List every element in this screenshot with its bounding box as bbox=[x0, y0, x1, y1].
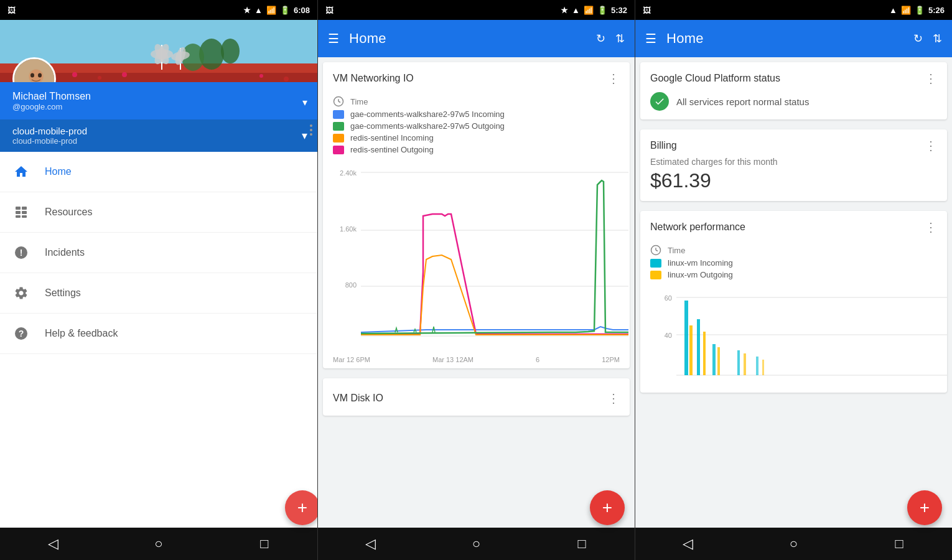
vm-disk-io-title: VM Disk IO bbox=[333, 393, 383, 404]
profile-dropdown-icon[interactable]: ▾ bbox=[302, 96, 307, 108]
wifi-icon-3: ▲ bbox=[889, 6, 897, 15]
billing-menu[interactable]: ⋮ bbox=[925, 138, 937, 153]
legend-time-row: Time bbox=[333, 95, 620, 108]
legend-label-3: redis-sentinel Outgoing bbox=[350, 145, 434, 154]
recents-button-2[interactable]: □ bbox=[569, 531, 594, 556]
svg-rect-57 bbox=[737, 350, 740, 375]
account-primary: cloud-mobile-prod bbox=[12, 126, 87, 136]
refresh-icon-3[interactable]: ↻ bbox=[913, 32, 923, 45]
svg-rect-31 bbox=[22, 215, 27, 218]
vm-networking-legend: Time gae-comments-walkshare2-97w5 Incomi… bbox=[323, 92, 630, 161]
vm-disk-io-header: VM Disk IO ⋮ bbox=[323, 382, 630, 412]
app-bar-title-3: Home bbox=[666, 30, 903, 47]
sidebar-item-home[interactable]: Home bbox=[0, 152, 317, 192]
fab-add-button-3[interactable]: + bbox=[907, 490, 942, 525]
back-button-2[interactable]: ◁ bbox=[358, 531, 383, 556]
fab-add-button-2[interactable]: + bbox=[590, 490, 625, 525]
refresh-icon-2[interactable]: ↻ bbox=[596, 32, 605, 45]
gcp-status-header: Google Cloud Platform status ⋮ bbox=[650, 71, 937, 86]
svg-text:!: ! bbox=[20, 248, 23, 258]
svg-point-16 bbox=[98, 76, 101, 80]
gcp-status-row: All services report normal status bbox=[650, 92, 937, 111]
status-bar-1: 🖼 ★ ▲ 📶 🔋 6:08 bbox=[0, 0, 317, 20]
vm-networking-chart-area: 2.40k 1.60k 800 bbox=[323, 161, 630, 355]
hamburger-menu-2[interactable]: ☰ bbox=[328, 31, 339, 46]
vm-networking-io-menu[interactable]: ⋮ bbox=[607, 71, 620, 86]
home-button-3[interactable]: ○ bbox=[781, 531, 806, 556]
battery-icon-3: 🔋 bbox=[915, 6, 925, 15]
photo-icon: 🖼 bbox=[7, 6, 16, 15]
recents-button-3[interactable]: □ bbox=[887, 531, 912, 556]
gcp-status-card: Google Cloud Platform status ⋮ All servi… bbox=[640, 62, 947, 119]
status-bar-right-3: ▲ 📶 🔋 5:26 bbox=[889, 6, 945, 15]
signal-icon-3: 📶 bbox=[901, 6, 911, 15]
network-performance-legend: Time linux-vm Incoming linux-vm Outgoing bbox=[640, 241, 947, 286]
net-legend-label-0: linux-vm Incoming bbox=[668, 258, 733, 268]
account-secondary: cloud-mobile-prod bbox=[12, 136, 87, 146]
svg-line-48 bbox=[656, 250, 658, 251]
net-legend-color-0 bbox=[650, 259, 661, 268]
svg-point-18 bbox=[259, 74, 263, 78]
network-performance-menu[interactable]: ⋮ bbox=[925, 220, 937, 235]
sort-icon-2[interactable]: ⇅ bbox=[615, 32, 625, 45]
legend-row-0: gae-comments-walkshare2-97w5 Incoming bbox=[333, 108, 620, 120]
photo-icon-2: 🖼 bbox=[325, 6, 334, 15]
sort-icon-3[interactable]: ⇅ bbox=[933, 32, 942, 45]
side-dots bbox=[310, 124, 312, 136]
fab-add-button[interactable]: + bbox=[285, 490, 317, 525]
time-display-1: 6:08 bbox=[294, 6, 310, 15]
billing-amount: $61.39 bbox=[650, 169, 937, 192]
sidebar-item-resources[interactable]: Resources bbox=[0, 192, 317, 233]
account-section[interactable]: cloud-mobile-prod cloud-mobile-prod ▾ bbox=[0, 119, 317, 152]
hamburger-menu-3[interactable]: ☰ bbox=[645, 31, 656, 46]
sidebar-item-incidents[interactable]: ! Incidents bbox=[0, 233, 317, 273]
legend-color-1 bbox=[333, 122, 344, 131]
home-button-2[interactable]: ○ bbox=[464, 531, 488, 556]
vm-networking-io-header: VM Networking IO ⋮ bbox=[323, 62, 630, 92]
vm-charts-panel: 🖼 ★ ▲ 📶 🔋 5:32 ☰ Home ↻ ⇅ VM Networking … bbox=[317, 0, 635, 560]
net-legend-row-1: linux-vm Outgoing bbox=[650, 269, 937, 281]
help-icon: ? bbox=[12, 325, 30, 342]
account-dropdown-icon[interactable]: ▾ bbox=[302, 129, 307, 142]
svg-rect-28 bbox=[16, 211, 21, 214]
svg-rect-29 bbox=[22, 211, 27, 214]
back-button-1[interactable]: ◁ bbox=[40, 531, 65, 556]
svg-rect-26 bbox=[16, 207, 21, 210]
panel-content-3: Google Cloud Platform status ⋮ All servi… bbox=[635, 57, 952, 528]
svg-text:1.60k: 1.60k bbox=[340, 225, 357, 233]
svg-text:60: 60 bbox=[665, 294, 672, 302]
billing-card: Billing ⋮ Estimated charges for this mon… bbox=[640, 129, 947, 201]
status-bar-3: 🖼 ▲ 📶 🔋 5:26 bbox=[635, 0, 952, 20]
vm-disk-io-card: VM Disk IO ⋮ bbox=[323, 378, 630, 416]
wifi-icon-2: ▲ bbox=[572, 6, 580, 15]
settings-icon bbox=[12, 284, 30, 302]
svg-line-38 bbox=[338, 101, 340, 103]
time-display-3: 5:26 bbox=[928, 6, 945, 15]
photo-icon-3: 🖼 bbox=[643, 6, 651, 15]
sidebar-item-settings[interactable]: Settings bbox=[0, 273, 317, 314]
account-info: cloud-mobile-prod cloud-mobile-prod bbox=[12, 126, 87, 146]
svg-text:?: ? bbox=[19, 329, 24, 338]
vm-disk-io-menu[interactable]: ⋮ bbox=[607, 391, 620, 406]
sidebar-item-help[interactable]: ? Help & feedback bbox=[0, 314, 317, 354]
back-button-3[interactable]: ◁ bbox=[676, 531, 701, 556]
status-bar-left-1: 🖼 bbox=[7, 6, 16, 15]
svg-point-24 bbox=[30, 73, 34, 78]
nav-list: Home Resources ! bbox=[0, 152, 317, 528]
svg-point-19 bbox=[284, 77, 289, 82]
svg-text:40: 40 bbox=[665, 332, 672, 339]
svg-rect-62 bbox=[744, 353, 746, 375]
signal-icon: 📶 bbox=[266, 6, 276, 15]
billing-header: Billing ⋮ bbox=[650, 138, 937, 153]
app-bar-title-2: Home bbox=[349, 30, 586, 47]
legend-row-3: redis-sentinel Outgoing bbox=[333, 144, 620, 156]
app-bar-3: ☰ Home ↻ ⇅ bbox=[635, 20, 952, 57]
recents-button-1[interactable]: □ bbox=[252, 531, 277, 556]
fab-plus-icon-2: + bbox=[602, 498, 612, 518]
x-label-1: Mar 13 12AM bbox=[432, 356, 474, 363]
sidebar-incidents-label: Incidents bbox=[45, 247, 85, 258]
home-button-1[interactable]: ○ bbox=[146, 531, 171, 556]
sidebar-settings-label: Settings bbox=[45, 287, 81, 299]
gcp-status-menu[interactable]: ⋮ bbox=[925, 71, 937, 86]
panel-content-2: VM Networking IO ⋮ Time gae-comments-wal… bbox=[318, 57, 635, 528]
